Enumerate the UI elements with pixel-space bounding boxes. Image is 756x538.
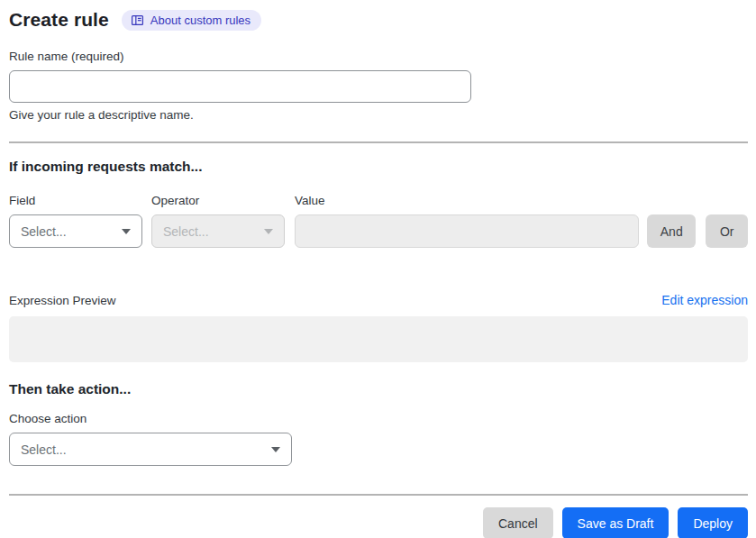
- operator-select: Select...: [151, 214, 285, 248]
- match-row: Field Select... Operator Select... Value…: [9, 194, 748, 248]
- divider: [9, 141, 748, 143]
- field-select[interactable]: Select...: [9, 214, 142, 248]
- chevron-down-icon: [264, 229, 273, 234]
- expression-preview-box: [9, 316, 748, 362]
- value-column: Value: [295, 194, 639, 248]
- field-label: Field: [9, 194, 142, 207]
- expression-preview-row: Expression Preview Edit expression: [9, 293, 748, 307]
- footer-actions: Cancel Save as Draft Deploy: [9, 507, 748, 538]
- deploy-button[interactable]: Deploy: [678, 507, 748, 538]
- page-title: Create rule: [9, 9, 109, 31]
- edit-expression-link[interactable]: Edit expression: [661, 293, 748, 307]
- choose-action-select-value: Select...: [21, 442, 67, 457]
- operator-select-value: Select...: [163, 224, 209, 239]
- or-button[interactable]: Or: [706, 214, 748, 248]
- operator-column: Operator Select...: [151, 194, 285, 248]
- book-icon: [131, 14, 144, 27]
- value-input: [295, 214, 639, 248]
- field-select-value: Select...: [21, 224, 67, 239]
- choose-action-select[interactable]: Select...: [9, 433, 292, 466]
- rule-name-block: Rule name (required) Give your rule a de…: [9, 50, 748, 122]
- choose-action-label: Choose action: [9, 412, 748, 425]
- rule-name-input[interactable]: [9, 70, 471, 103]
- divider: [9, 494, 748, 496]
- about-custom-rules-link[interactable]: About custom rules: [122, 10, 261, 31]
- create-rule-form: Create rule About custom rules Rule name…: [9, 9, 748, 538]
- and-button[interactable]: And: [647, 214, 696, 248]
- field-column: Field Select...: [9, 194, 142, 248]
- rule-name-helper: Give your rule a descriptive name.: [9, 108, 748, 122]
- chevron-down-icon: [122, 229, 131, 234]
- action-section-heading: Then take action...: [9, 381, 748, 397]
- save-as-draft-button[interactable]: Save as Draft: [562, 507, 669, 538]
- header: Create rule About custom rules: [9, 9, 748, 31]
- chevron-down-icon: [271, 447, 280, 452]
- match-section-heading: If incoming requests match...: [9, 159, 748, 175]
- rule-name-label: Rule name (required): [9, 50, 748, 63]
- about-custom-rules-label: About custom rules: [150, 14, 250, 27]
- value-label: Value: [295, 194, 639, 207]
- expression-preview-label: Expression Preview: [9, 294, 116, 307]
- operator-label: Operator: [151, 194, 285, 207]
- cancel-button[interactable]: Cancel: [483, 507, 553, 538]
